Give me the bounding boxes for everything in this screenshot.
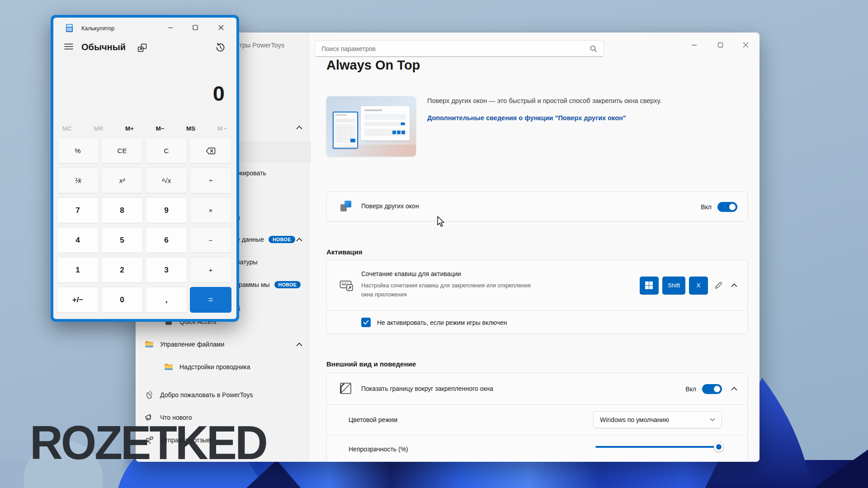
- color-mode-dropdown[interactable]: Windows по умолчанию: [593, 411, 722, 428]
- memory-button-mc: MC: [60, 123, 75, 134]
- group-collapse-chevron-icon[interactable]: [296, 343, 302, 347]
- calc-key-²√x[interactable]: ²√x: [146, 168, 187, 193]
- sidebar-item-управление-файлами[interactable]: Управление файлами: [145, 337, 224, 352]
- sidebar-item-fragment[interactable]: окировать: [236, 165, 266, 181]
- rozetked-watermark: ROZETKED: [30, 416, 266, 470]
- calc-key-9[interactable]: 9: [146, 197, 187, 223]
- page-title: Always On Top: [326, 58, 420, 73]
- calc-key-8[interactable]: 8: [101, 197, 143, 223]
- group-collapse-chevron-icon[interactable]: [296, 238, 302, 242]
- shortcut-collapse-chevron-icon[interactable]: [731, 283, 737, 287]
- color-mode-value: Windows по умолчанию: [600, 416, 710, 423]
- calc-key-+[interactable]: +: [190, 257, 231, 283]
- calc-key-⅟x[interactable]: ⅟x: [57, 168, 99, 193]
- close-icon: [218, 25, 224, 30]
- slider-thumb[interactable]: [714, 442, 724, 452]
- calc-key-6[interactable]: 6: [146, 227, 187, 253]
- calc-key-=[interactable]: =: [190, 287, 231, 313]
- calc-key-5[interactable]: 5: [101, 227, 143, 253]
- border-toggle-state: Вкл: [685, 385, 696, 393]
- sidebar-item-label: граммы мы: [236, 281, 270, 288]
- search-icon: [590, 45, 597, 52]
- preview-calculator-mini-window: [333, 112, 358, 149]
- maximize-button[interactable]: [710, 38, 731, 52]
- calc-key-x²[interactable]: x²: [101, 168, 143, 193]
- calc-minimize-button[interactable]: [160, 21, 180, 34]
- new-badge: НОВОЕ: [269, 236, 295, 243]
- sidebar-item-label: Управление файлами: [160, 341, 224, 348]
- sidebar-item-fragment[interactable]: граммы мыНОВОЕ: [236, 277, 301, 292]
- calc-key-CE[interactable]: CE: [101, 138, 143, 164]
- sidebar-item-fragment[interactable]: е данныеНОВОЕ: [236, 232, 295, 247]
- sidebar-selected-item[interactable]: [234, 141, 311, 163]
- close-icon: [743, 42, 749, 48]
- calc-key-−[interactable]: −: [190, 227, 231, 253]
- activation-card: Сочетание клавиш для активации Настройка…: [326, 260, 748, 334]
- shortcut-key-win: [640, 277, 659, 295]
- always-on-top-module-icon: [340, 200, 353, 213]
- appearance-collapse-chevron-icon[interactable]: [731, 387, 737, 391]
- settings-search-input[interactable]: Поиск параметров: [315, 40, 604, 57]
- sidebar-item-надстройки-проводника[interactable]: Надстройки проводника: [164, 359, 250, 375]
- activation-section-header: Активация: [326, 248, 362, 256]
- border-setting-icon: [340, 382, 353, 396]
- mouse-cursor: [437, 216, 445, 228]
- memory-button-ms[interactable]: MS: [184, 123, 198, 134]
- keep-on-top-button[interactable]: [137, 43, 147, 52]
- enable-card: Поверх других окон Вкл: [326, 191, 748, 221]
- calc-key-C[interactable]: C: [146, 138, 187, 164]
- enable-toggle[interactable]: [717, 202, 737, 212]
- calculator-display: 0: [53, 81, 236, 106]
- memory-button-mx[interactable]: M+: [123, 123, 137, 134]
- game-mode-label: Не активировать, если режим игры включен: [377, 319, 507, 326]
- calculator-window: Калькулятор Обычный: [53, 18, 236, 319]
- history-button[interactable]: [215, 42, 226, 52]
- calc-key-%[interactable]: %: [57, 138, 99, 164]
- group-collapse-chevron-icon[interactable]: [296, 126, 302, 130]
- opacity-slider[interactable]: [595, 442, 722, 452]
- shortcut-controls: ShiftX: [636, 260, 737, 310]
- folder-icon: [164, 362, 173, 371]
- calc-key-1[interactable]: 1: [57, 257, 99, 283]
- enable-label: Поверх других окон: [361, 202, 419, 210]
- shortcut-desc-1: Настройка сочетания клавиш для закреплен…: [361, 281, 531, 290]
- calc-key-4[interactable]: 4: [57, 227, 99, 253]
- sidebar-item-fragment[interactable]: иатуры: [236, 254, 258, 270]
- feature-description: Поверх других окон — это быстрый и прост…: [427, 97, 753, 104]
- shortcut-key-shift: Shift: [662, 277, 685, 295]
- maximize-icon: [193, 25, 198, 30]
- minimize-icon: [168, 25, 173, 30]
- calc-key-÷[interactable]: ÷: [190, 168, 231, 193]
- new-badge: НОВОЕ: [274, 281, 301, 288]
- shortcut-desc-2: окна приложения: [361, 290, 407, 299]
- sidebar-item-добро-пожаловать-в-powertoys[interactable]: Добро пожаловать в PowerToys: [145, 387, 253, 403]
- appearance-section-header: Внешний вид и поведение: [326, 360, 416, 368]
- appearance-card: Показать границу вокруг закрепленного ок…: [326, 373, 748, 462]
- learn-more-link[interactable]: Дополнительные сведения о функции "Повер…: [427, 114, 753, 122]
- keep-on-top-icon: [137, 43, 147, 52]
- calc-key-7[interactable]: 7: [57, 197, 99, 223]
- game-mode-checkbox[interactable]: [361, 318, 371, 327]
- calc-key-backspace[interactable]: [190, 138, 231, 164]
- memory-button-mx[interactable]: M−: [153, 123, 167, 134]
- calc-key-+/−[interactable]: +/−: [57, 287, 99, 313]
- hamburger-menu-button[interactable]: [64, 43, 74, 51]
- calc-close-button[interactable]: [211, 21, 231, 34]
- calc-key-3[interactable]: 3: [146, 257, 187, 283]
- sidebar-item-label: Добро пожаловать в PowerToys: [160, 391, 253, 399]
- calc-key-0[interactable]: 0: [101, 287, 143, 313]
- close-button[interactable]: [735, 38, 756, 52]
- calc-key-×[interactable]: ×: [190, 197, 231, 223]
- memory-button-mr: MR: [91, 123, 106, 134]
- calc-key-2[interactable]: 2: [101, 257, 143, 283]
- calculator-mode-label: Обычный: [81, 42, 126, 52]
- hamburger-icon: [64, 43, 73, 50]
- border-label: Показать границу вокруг закрепленного ок…: [361, 385, 493, 392]
- sidebar-item-label: окировать: [236, 169, 266, 177]
- border-toggle[interactable]: [702, 384, 722, 394]
- calc-maximize-button[interactable]: [185, 21, 205, 34]
- edit-pencil-icon[interactable]: [714, 281, 723, 290]
- calc-key-,[interactable]: ,: [146, 287, 187, 313]
- minimize-button[interactable]: [684, 38, 704, 52]
- preview-settings-mini-window: [361, 106, 410, 141]
